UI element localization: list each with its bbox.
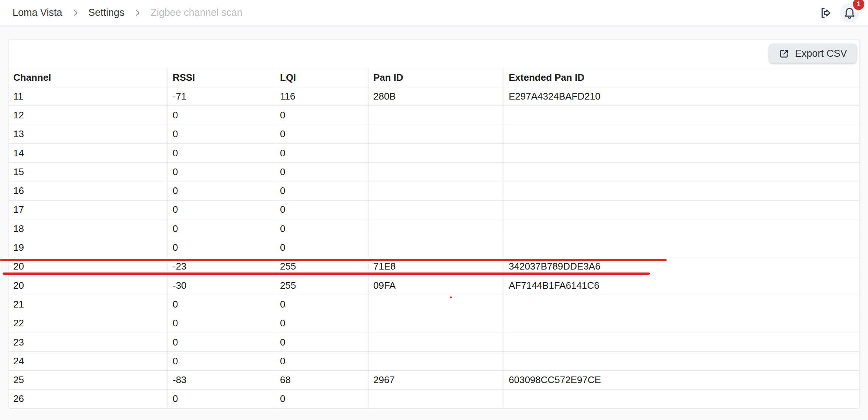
table-cell: 0 (275, 238, 369, 257)
table-cell (504, 314, 860, 333)
logout-icon (819, 6, 832, 20)
table-cell: 16 (8, 181, 168, 200)
table-cell (504, 181, 860, 200)
table-cell: 14 (8, 144, 168, 162)
table-cell (504, 390, 860, 408)
breadcrumb: Loma Vista Settings Zigbee channel scan (13, 7, 242, 18)
table-cell: 0 (168, 238, 275, 257)
table-cell: 24 (8, 352, 168, 370)
table-cell (504, 333, 860, 351)
table-cell: 19 (8, 238, 168, 257)
table-cell: 0 (275, 333, 369, 351)
export-icon (779, 48, 789, 59)
table-cell: 0 (275, 201, 369, 219)
table-cell (369, 144, 504, 162)
table-cell: 0 (168, 106, 275, 124)
table-cell: 68 (275, 371, 369, 389)
table-cell: 0 (275, 219, 369, 238)
table-cell (504, 219, 860, 238)
breadcrumb-item-loma-vista[interactable]: Loma Vista (13, 7, 62, 18)
table-cell: AF7144B1FA6141C6 (504, 276, 860, 295)
breadcrumb-item-settings[interactable]: Settings (89, 7, 125, 18)
table-cell: 18 (8, 219, 168, 238)
table-cell (369, 295, 504, 313)
table-row: 25-83682967603098CC572E97CE (8, 371, 860, 389)
table-cell: 17 (8, 201, 168, 219)
column-header-channel: Channel (8, 68, 168, 87)
annotation-dot (450, 296, 452, 298)
column-header-extended-pan-id: Extended Pan ID (504, 68, 860, 87)
table-cell: 09FA (369, 276, 504, 295)
table-row: 1200 (8, 106, 860, 125)
table-cell (504, 144, 860, 162)
table-cell: 0 (275, 144, 369, 162)
chevron-right-icon (71, 8, 80, 17)
table-row: 1700 (8, 201, 860, 219)
table-cell (504, 352, 860, 370)
chevron-right-icon (133, 8, 142, 17)
table-cell (504, 125, 860, 143)
table-cell: 116 (275, 87, 369, 105)
table-row: 2400 (8, 352, 860, 371)
column-header-rssi: RSSI (168, 68, 275, 87)
table-cell (369, 390, 504, 408)
table-cell: 0 (168, 390, 275, 408)
table-cell: 23 (8, 333, 168, 351)
table-row: 1300 (8, 125, 860, 144)
table-cell: 0 (168, 333, 275, 351)
table-row: 1900 (8, 238, 860, 257)
table-cell: 0 (275, 314, 369, 333)
table-cell: 0 (168, 181, 275, 200)
table-cell (369, 238, 504, 257)
table-cell (504, 238, 860, 257)
table-cell (369, 219, 504, 238)
logout-button[interactable] (819, 6, 832, 20)
table-cell: 0 (275, 295, 369, 313)
table-cell: 2967 (369, 371, 504, 389)
table-row: 1600 (8, 181, 860, 200)
table-cell: 0 (168, 295, 275, 313)
table-cell (369, 201, 504, 219)
table-cell: 0 (168, 201, 275, 219)
table-row: 1500 (8, 163, 860, 181)
table-row: 2200 (8, 314, 860, 333)
breadcrumb-item-zigbee-channel-scan: Zigbee channel scan (151, 7, 242, 18)
table-cell: 0 (168, 144, 275, 162)
table-row: 1400 (8, 144, 860, 163)
table-cell: 0 (168, 219, 275, 238)
column-header-pan-id: Pan ID (369, 68, 504, 87)
table-cell: 0 (168, 314, 275, 333)
table-cell: -71 (168, 87, 275, 105)
table-cell: 0 (275, 163, 369, 181)
table-row: 2600 (8, 390, 860, 408)
table-cell: 0 (275, 181, 369, 200)
table-cell (504, 106, 860, 124)
table-cell: 20 (8, 276, 168, 295)
table-cell (369, 106, 504, 124)
table-cell: 15 (8, 163, 168, 181)
table-cell: 26 (8, 390, 168, 408)
table-cell (504, 201, 860, 219)
table-cell (369, 333, 504, 351)
export-csv-button[interactable]: Export CSV (769, 44, 857, 63)
notifications-button[interactable]: 1 (840, 3, 859, 22)
table-cell (369, 125, 504, 143)
table-cell (369, 314, 504, 333)
channel-scan-table: ChannelRSSILQIPan IDExtended Pan ID 11-7… (8, 68, 860, 408)
table-cell: 12 (8, 106, 168, 124)
table-row: 11-71116280BE297A4324BAFD210 (8, 87, 860, 106)
table-cell (504, 295, 860, 313)
table-row: 20-3025509FAAF7144B1FA6141C6 (8, 276, 860, 295)
table-cell (369, 352, 504, 370)
column-header-lqi: LQI (275, 68, 369, 87)
table-row: 2300 (8, 333, 860, 352)
table-cell: E297A4324BAFD210 (504, 87, 860, 105)
top-bar: Loma Vista Settings Zigbee channel scan (0, 0, 868, 27)
table-cell: 0 (275, 390, 369, 408)
annotation-underline-top (0, 259, 667, 261)
table-cell: 0 (168, 125, 275, 143)
table-cell: 255 (275, 276, 369, 295)
table-cell: -30 (168, 276, 275, 295)
table-body: 11-71116280BE297A4324BAFD210120013001400… (8, 87, 860, 408)
annotation-underline-bottom (3, 273, 650, 275)
